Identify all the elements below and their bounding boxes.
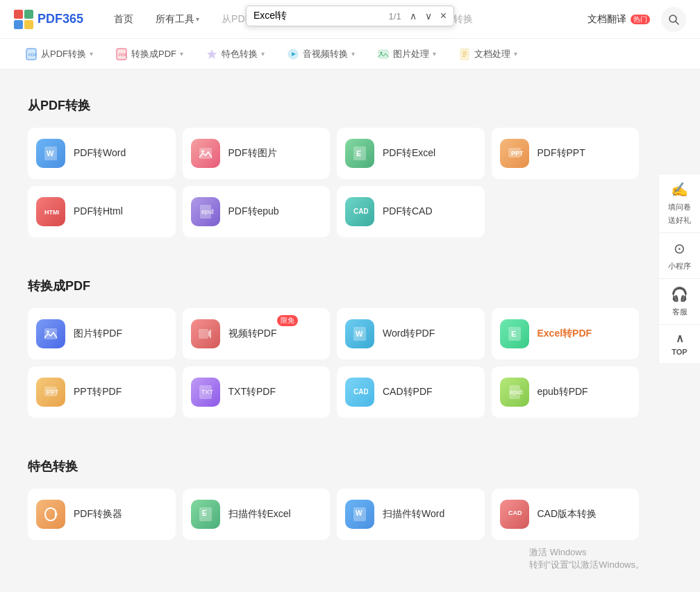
ppt-icon: PPT	[506, 145, 523, 162]
epub-icon: epub	[197, 203, 214, 220]
scan-word-icon: W	[351, 506, 368, 523]
svg-text:CAD: CAD	[353, 388, 368, 396]
pdf-to-ppt-icon: PPT	[500, 139, 529, 168]
sub-nav-audio[interactable]: 音视频转换 ▾	[276, 39, 366, 69]
to-pdf-grid: 图片转PDF 视频转PDF 限免 W	[28, 308, 639, 418]
section-title-from-pdf: 从PDF转换	[28, 97, 639, 114]
tool-image-to-pdf[interactable]: 图片转PDF	[28, 308, 176, 360]
service-icon: 🎧	[671, 286, 688, 303]
main-content: 从PDF转换 W PDF转Word	[0, 69, 667, 575]
tool-pdf-to-epub[interactable]: epub PDF转epub	[183, 186, 331, 237]
sub-nav-doc-arrow: ▾	[514, 50, 517, 58]
logo-icon	[14, 10, 33, 29]
sub-nav-special-arrow: ▾	[261, 50, 265, 58]
doc-icon	[458, 48, 471, 60]
search-next-button[interactable]: ∨	[422, 9, 435, 23]
top-label: TOP	[672, 348, 687, 356]
excel-to-pdf-label: Excel转PDF	[538, 328, 592, 340]
txt-icon: TXT	[197, 384, 214, 400]
tool-pdf-to-word[interactable]: W PDF转Word	[28, 128, 176, 179]
pdf-to-excel-label: PDF转Excel	[383, 147, 435, 160]
tool-cad-to-pdf[interactable]: CAD CAD转PDF	[337, 366, 485, 418]
sub-nav-doc[interactable]: 文档处理 ▾	[447, 39, 528, 69]
service-button[interactable]: 🎧 客服	[658, 278, 700, 324]
svg-text:E: E	[511, 330, 516, 338]
tool-ppt-to-pdf[interactable]: PPT PPT转PDF	[28, 366, 176, 418]
sub-nav-special[interactable]: 特色转换 ▾	[194, 39, 276, 69]
sub-nav-to-pdf[interactable]: PDF 转换成PDF ▾	[104, 39, 194, 69]
tool-pdf-to-ppt[interactable]: PPT PDF转PPT	[492, 128, 640, 179]
nav-home[interactable]: 首页	[104, 9, 143, 30]
tool-scan-to-word[interactable]: W 扫描件转Word	[337, 489, 485, 540]
feedback-button[interactable]: ✍ 填问卷 送好礼	[658, 174, 700, 232]
top-button[interactable]: ∧ TOP	[658, 324, 700, 363]
img-pdf-icon	[42, 325, 59, 342]
tool-video-to-pdf[interactable]: 视频转PDF 限免	[183, 308, 331, 360]
special-grid: PDF转换器 E 扫描件转Excel W 扫描件	[28, 489, 639, 540]
special-icon	[206, 48, 218, 60]
divider-2	[0, 439, 667, 444]
tool-word-to-pdf[interactable]: W Word转PDF	[337, 308, 485, 360]
excel-pdf-icon: E	[506, 325, 523, 342]
feedback-line1: 填问卷	[668, 202, 691, 212]
sub-nav-from-pdf[interactable]: PDF 从PDF转换 ▾	[14, 39, 104, 69]
logo[interactable]: PDF365	[14, 10, 83, 29]
ppt-pdf-icon: PPT	[42, 384, 59, 400]
image-tool-icon	[197, 145, 214, 162]
hot-badge: 热门	[631, 15, 650, 24]
pdf-to-word-label: PDF转Word	[74, 147, 126, 160]
tool-pdf-to-excel[interactable]: E PDF转Excel	[337, 128, 485, 179]
ppt-to-pdf-icon: PPT	[36, 378, 65, 407]
svg-marker-32	[208, 329, 211, 339]
sub-nav-audio-arrow: ▾	[351, 50, 355, 58]
svg-point-30	[47, 330, 49, 333]
svg-text:HTML: HTML	[44, 209, 59, 216]
tool-pdf-converter[interactable]: PDF转换器	[28, 489, 176, 540]
video-to-pdf-label: 视频转PDF	[228, 328, 277, 339]
scan-excel-icon: E	[197, 506, 214, 523]
svg-text:W: W	[47, 149, 54, 158]
svg-rect-19	[199, 148, 212, 159]
tool-txt-to-pdf[interactable]: TXT TXT转PDF	[183, 366, 331, 418]
svg-text:epub: epub	[510, 389, 523, 396]
search-overlay: 1/1 ∧ ∨ ×	[246, 6, 454, 26]
sub-nav-image[interactable]: 图片处理 ▾	[366, 39, 447, 69]
scan-to-excel-icon: E	[191, 500, 220, 529]
svg-text:E: E	[202, 509, 207, 517]
section-title-special: 特色转换	[28, 458, 639, 475]
tool-pdf-to-cad[interactable]: CAD PDF转CAD	[337, 186, 485, 237]
tool-scan-to-excel[interactable]: E 扫描件转Excel	[183, 489, 331, 540]
svg-text:epub: epub	[201, 208, 214, 215]
search-prev-button[interactable]: ∧	[407, 9, 419, 23]
pdf-to-cad-label: PDF转CAD	[383, 205, 433, 218]
sub-nav-image-arrow: ▾	[433, 50, 436, 58]
sub-nav-from-pdf-label: 从PDF转换	[41, 48, 86, 60]
pdf-to-ppt-label: PDF转PPT	[538, 147, 585, 160]
mini-app-icon: ⊙	[674, 240, 685, 257]
nav-all-tools[interactable]: 所有工具 ▾	[146, 9, 209, 30]
search-close-button[interactable]: ×	[440, 10, 447, 22]
svg-rect-29	[44, 328, 57, 339]
svg-point-20	[201, 150, 204, 153]
search-input[interactable]	[253, 10, 383, 22]
all-tools-arrow: ▾	[196, 15, 199, 23]
tool-epub-to-pdf[interactable]: epub epub转PDF	[492, 366, 640, 418]
cad-icon: CAD	[351, 203, 368, 220]
pdf-to-html-icon: HTML	[36, 197, 65, 226]
tool-pdf-to-image[interactable]: PDF转图片	[183, 128, 331, 179]
pdf-converter-label: PDF转换器	[74, 508, 122, 521]
mini-app-button[interactable]: ⊙ 小程序	[658, 232, 700, 278]
converter-icon	[42, 506, 59, 523]
tool-pdf-to-html[interactable]: HTML PDF转Html	[28, 186, 176, 237]
tool-cad-version[interactable]: CAD CAD版本转换	[492, 489, 640, 540]
pdf-to-html-label: PDF转Html	[74, 205, 123, 218]
doc-translate-area[interactable]: 文档翻译 热门	[588, 13, 650, 26]
image-to-pdf-label: 图片转PDF	[74, 328, 122, 340]
sub-nav-to-pdf-arrow: ▾	[180, 50, 183, 58]
tool-excel-to-pdf[interactable]: E Excel转PDF	[492, 308, 640, 360]
svg-text:PPT: PPT	[47, 389, 59, 396]
sub-nav-doc-label: 文档处理	[474, 48, 510, 60]
search-button[interactable]	[661, 7, 686, 32]
image-to-pdf-icon	[36, 319, 65, 348]
logo-text: PDF365	[38, 12, 83, 26]
